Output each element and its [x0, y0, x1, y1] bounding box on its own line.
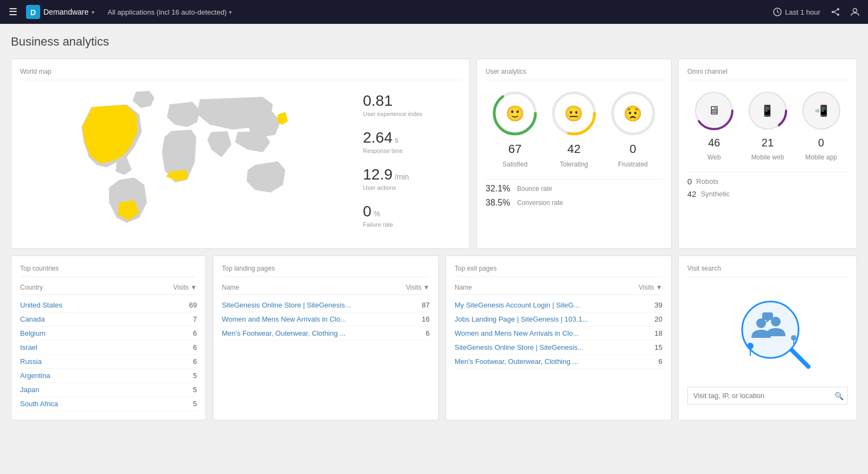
page-name[interactable]: Women and Mens New Arrivals in Clo... [222, 315, 418, 323]
page-name[interactable]: SiteGenesis Online Store | SiteGenesis..… [222, 301, 418, 309]
user-icon[interactable] [851, 8, 859, 16]
response-time-unit: s [393, 136, 399, 144]
list-item: Women and Mens New Arrivals in Clo... 18 [455, 326, 662, 341]
landing-visits-col[interactable]: Visits ▼ [406, 284, 430, 291]
visit-search-input[interactable] [687, 387, 848, 405]
omni-channel-card: Omni channel 🖥 46 Web [678, 59, 857, 249]
robots-extra: 0 Robots [687, 177, 848, 186]
search-input-wrap: 🔍 [687, 387, 848, 405]
page-name[interactable]: Jobs Landing Page | SiteGenesis | 103.1.… [455, 315, 650, 323]
page-title: Business analytics [11, 35, 857, 49]
header-app-caret: ▾ [229, 9, 232, 15]
user-analytics-title: User analytics [486, 68, 662, 80]
response-time-stat: 2.64 s Response time [363, 129, 461, 154]
user-actions-value: 12.9 [363, 166, 393, 183]
visits-col-header[interactable]: Visits ▼ [173, 284, 197, 291]
ua-circles: 🙂 67 Satisfied 😐 42 Tolerating [486, 89, 662, 168]
page-name[interactable]: SiteGenesis Online Store | SiteGenesis..… [455, 343, 650, 351]
tolerating-circle-wrap: 😐 [550, 89, 598, 138]
svg-text:D: D [30, 8, 36, 17]
table-row: Argentina 5 [20, 369, 197, 383]
page-visits: 16 [422, 315, 430, 323]
mobile-app-count: 0 [818, 137, 824, 149]
user-actions-stat: 12.9 /min User actions [363, 166, 461, 191]
country-name[interactable]: Japan [20, 386, 39, 394]
country-name[interactable]: South Africa [20, 400, 58, 408]
map-stats: 0.81 User experience index 2.64 s Respon… [363, 87, 461, 240]
search-icon[interactable]: 🔍 [834, 392, 844, 400]
ua-metrics: 32.1% Bounce rate 38.5% Conversion rate [486, 179, 662, 208]
svg-point-10 [853, 9, 857, 12]
exit-visits-col[interactable]: Visits ▼ [639, 284, 662, 291]
synthetic-label: Synthetic [701, 190, 730, 198]
share-icon[interactable] [831, 8, 840, 16]
failure-rate-stat: 0 % Failure rate [363, 203, 461, 228]
page-visits: 18 [655, 329, 662, 337]
web-device-item: 🖥 46 Web [692, 89, 736, 161]
header-logo-caret[interactable]: ▾ [92, 9, 94, 15]
list-item: Men's Footwear, Outerwear, Clothing ... … [222, 326, 430, 341]
countries-list: United States 69 Canada 7 Belgium 6 Isra… [20, 298, 197, 411]
country-name[interactable]: Argentina [20, 371, 50, 380]
country-name[interactable]: Belgium [20, 329, 46, 337]
country-visits: 69 [189, 301, 197, 309]
list-item: My SiteGenesis Account Login | SiteG... … [455, 298, 662, 312]
frustrated-emoji: 😟 [623, 105, 642, 123]
failure-rate-unit: % [372, 209, 380, 218]
visit-search-illustration-svg [713, 286, 822, 379]
response-time-value: 2.64 [363, 129, 393, 146]
page-name[interactable]: Women and Mens New Arrivals in Clo... [455, 329, 650, 337]
synthetic-value: 42 [687, 189, 697, 198]
svg-point-5 [837, 8, 839, 10]
search-illustration [687, 284, 848, 381]
frustrated-label: Frustrated [618, 161, 648, 168]
robots-label: Robots [696, 177, 718, 185]
country-name[interactable]: Russia [20, 357, 42, 366]
country-name[interactable]: Canada [20, 315, 45, 323]
robots-value: 0 [687, 177, 692, 186]
table-row: Russia 6 [20, 355, 197, 369]
header: ☰ D Demandware ▾ All applications (incl … [0, 0, 868, 24]
mobile-app-icon: 📲 [814, 104, 828, 117]
tolerating-circle-item: 😐 42 Tolerating [550, 89, 598, 168]
list-item: SiteGenesis Online Store | SiteGenesis..… [455, 341, 662, 355]
frustrated-count: 0 [630, 142, 636, 156]
svg-line-23 [792, 350, 808, 367]
time-range-selector[interactable]: Last 1 hour [773, 8, 820, 16]
header-app-label: All applications (incl 16 auto-detected) [107, 8, 227, 16]
mobile-web-device-circle: 📱 [746, 89, 789, 132]
web-device-icon: 🖥 [708, 104, 720, 118]
country-name[interactable]: Israel [20, 343, 37, 351]
page-visits: 6 [426, 329, 430, 337]
tolerating-label: Tolerating [560, 161, 588, 168]
world-map-svg [20, 87, 354, 228]
header-logo-label: Demandware [43, 8, 88, 16]
page-name[interactable]: Men's Footwear, Outerwear, Clothing ... [455, 357, 654, 366]
country-visits: 6 [193, 343, 197, 351]
tolerating-count: 42 [567, 142, 580, 156]
list-item: Women and Mens New Arrivals in Clo... 16 [222, 312, 430, 326]
mobile-web-label: Mobile web [751, 153, 784, 161]
list-item: SiteGenesis Online Store | SiteGenesis..… [222, 298, 430, 312]
conversion-rate-metric: 38.5% Conversion rate [486, 198, 662, 208]
header-app-selector[interactable]: All applications (incl 16 auto-detected)… [107, 8, 232, 16]
synthetic-extra: 42 Synthetic [687, 189, 848, 198]
page-name[interactable]: Men's Footwear, Outerwear, Clothing ... [222, 329, 422, 337]
world-map-card: World map [11, 59, 470, 249]
country-name[interactable]: United States [20, 301, 62, 309]
conversion-rate-value: 38.5% [486, 198, 513, 208]
menu-icon[interactable]: ☰ [9, 6, 17, 18]
page-visits: 87 [422, 301, 430, 309]
svg-point-27 [791, 335, 796, 341]
satisfied-count: 67 [508, 142, 521, 156]
page-name[interactable]: My SiteGenesis Account Login | SiteG... [455, 301, 650, 309]
bounce-rate-metric: 32.1% Bounce rate [486, 184, 662, 194]
exit-list: My SiteGenesis Account Login | SiteG... … [455, 298, 662, 369]
table-row: Japan 5 [20, 383, 197, 397]
table-row: Canada 7 [20, 312, 197, 326]
svg-line-9 [834, 12, 837, 14]
time-label: Last 1 hour [785, 8, 820, 16]
svg-point-6 [837, 14, 839, 16]
top-landing-card: Top landing pages Name Visits ▼ SiteGene… [213, 255, 439, 420]
response-time-label: Response time [363, 148, 461, 154]
